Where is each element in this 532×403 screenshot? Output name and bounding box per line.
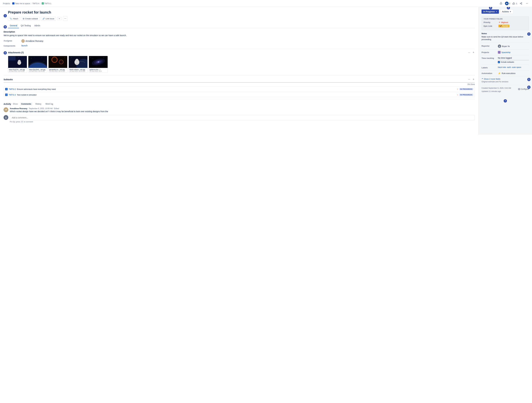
time-tracking-bar [498, 60, 529, 60]
comment-1-text: Which rocket design have we decided on? … [10, 110, 475, 113]
comment-1-avatar: AR [4, 107, 8, 112]
assignee-value: AR Annaliese Rozvany [21, 39, 43, 43]
spaceship-project-icon: 🚀 [498, 51, 500, 54]
bell-icon-btn[interactable] [499, 1, 503, 5]
configure-container: 6 Configure [518, 87, 529, 90]
created-updated: Created September 8, 2020, 9:42 AM Updat… [481, 87, 511, 93]
comment-input[interactable] [10, 115, 475, 120]
attachments-header: Attachments (7) ··· + [8, 51, 475, 54]
subtasks-more-btn[interactable]: ··· [468, 78, 471, 81]
subtask-2-priority: ↑ [457, 94, 458, 96]
projects-value: 🚀 Spaceship [498, 51, 511, 54]
tab-general[interactable]: General [8, 23, 19, 28]
breadcrumb-parent[interactable]: TMTS-4 [32, 2, 39, 5]
subtasks-add-btn[interactable]: + [472, 78, 475, 81]
attachment-1-name: nasa-OLlj17tU... ash.jpg [9, 69, 26, 70]
attachment-5[interactable]: guillermo-ferl... i 18 Sep 2020, 09:4 [89, 56, 108, 73]
attachments-add-btn[interactable]: + [472, 51, 475, 54]
subtask-1-right: ↑ IN PROGRESS [457, 88, 473, 90]
automation-label: Automation [481, 72, 498, 74]
attach-btn[interactable]: 📎 Attach [8, 17, 20, 21]
breadcrumb-issue[interactable]: TMTS-1 [44, 2, 51, 5]
activity-tab-history[interactable]: History [34, 102, 43, 106]
tab-admin[interactable]: Admin [32, 23, 42, 28]
attachment-1-date: 18 Sep 2020, 09:44 AM [9, 70, 26, 72]
title-row: 1 Prepare rocket for launch 📎 Attach ⊞ C… [4, 10, 475, 23]
activity-tab-comments[interactable]: Comments [20, 102, 32, 106]
tab-qa-testing[interactable]: QA Testing [19, 23, 32, 28]
include-subtasks-checkbox[interactable] [498, 61, 500, 63]
attachment-3-meta: ganapathy-ku... ash.jpg 18 Sep 2020, 09:… [49, 68, 67, 72]
status-btn[interactable]: In Progress ▼ [481, 9, 499, 14]
attachment-3[interactable]: ganapathy-ku... ash.jpg 18 Sep 2020, 09:… [48, 56, 67, 73]
attachment-5-image [89, 56, 108, 68]
labels-label: Labels [481, 66, 498, 69]
svg-point-2 [521, 4, 522, 5]
subtask-2-status: IN PROGRESS [459, 94, 473, 96]
actions-btn[interactable]: Actions ▼ [500, 9, 513, 14]
attachment-2[interactable]: nasa-Q1p7bh3... ash.jpg 18 Sep 2020, 09:… [28, 56, 47, 73]
watch-container: 2 [505, 2, 510, 5]
pf-priority-row: Priority Highest [484, 21, 527, 23]
create-subtask-btn[interactable]: ⊞ Create subtask [21, 17, 40, 21]
notes-label: Notes [481, 32, 529, 35]
svg-point-29 [31, 58, 32, 58]
comment-1-edited: Edited [54, 108, 59, 110]
automation-text: Rule executions [502, 72, 515, 74]
components-row: Components launch [4, 44, 475, 47]
breadcrumb-sep2: / [31, 2, 32, 5]
subtask-2-icon [5, 94, 7, 96]
breadcrumb-projects[interactable]: Projects [3, 2, 10, 5]
activity-tab-worklog[interactable]: Work log [44, 102, 54, 106]
subtask-1-id[interactable]: TMTS-2 [9, 88, 16, 90]
callout-9: 9 [4, 25, 7, 28]
subtask-1[interactable]: TMTS-2 Ensure astronauts have everything… [4, 87, 475, 92]
attachment-1[interactable]: nasa-OLlj17tU... ash.jpg 18 Sep 2020, 09… [8, 56, 27, 73]
status-label: In Progress [483, 10, 495, 13]
label-black-hole[interactable]: black-hole [498, 66, 506, 68]
reporter-label: Reporter [481, 45, 498, 47]
toolbar-dropdown-btn[interactable] [57, 17, 62, 20]
subtasks-title: Subtasks [4, 78, 13, 81]
toolbar-more-btn[interactable]: ··· [63, 16, 68, 21]
subtask-2[interactable]: TMTS-3 Test rocket in simulator ↑ IN PRO… [4, 92, 475, 97]
description-section: Description We're going to space! We nee… [4, 31, 475, 37]
include-subtasks-label: Include subtasks [501, 61, 514, 63]
subtask-2-id[interactable]: TMTS-3 [9, 94, 16, 96]
share-btn[interactable] [519, 2, 523, 5]
bottom-spacer [4, 123, 475, 132]
attachment-4-date: 18 Sep 2020, 09:42 AM [70, 70, 87, 72]
label-outer-space[interactable]: outer-space [512, 66, 521, 68]
watch-icon [505, 2, 508, 5]
pro-tip-suffix: to comment [24, 121, 33, 123]
svg-point-7 [527, 3, 528, 4]
include-subtasks-row: Include subtasks [498, 61, 529, 63]
time-tracking-section: Time tracking No time logged Include sub… [481, 57, 529, 65]
svg-point-0 [521, 2, 522, 3]
attachment-4[interactable]: niketh-vellank... ash.jpg 18 Sep 2020, 0… [69, 56, 88, 73]
svg-point-72 [499, 46, 500, 46]
tabs: General QA Testing Admin [8, 23, 475, 28]
description-text: We're going to space! We need to ensure … [4, 34, 475, 37]
link-issue-btn[interactable]: 🔗 Link issue [41, 17, 56, 21]
components-link[interactable]: launch [21, 44, 27, 47]
labels-row: Labels black-hole earth outer-space [481, 66, 529, 70]
progress-label-row: 0% Done [4, 83, 475, 87]
pf-priority-label: Priority [484, 21, 499, 23]
attach-icon: 📎 [10, 18, 12, 20]
svg-point-43 [65, 57, 65, 58]
watch-count: 2 [509, 2, 510, 5]
comment-1-date: September 8, 2020, 10:09 AM [29, 108, 52, 110]
attachments-more-btn[interactable]: ··· [468, 51, 471, 54]
svg-point-73 [519, 89, 519, 89]
labels-value: black-hole earth outer-space [498, 66, 521, 68]
project-name-link[interactable]: Spaceship [501, 51, 511, 53]
more-options-btn[interactable] [525, 2, 529, 5]
callout-1: 1 [4, 14, 7, 17]
svg-point-6 [527, 3, 527, 4]
like-btn[interactable] [512, 2, 515, 5]
breadcrumb-project[interactable]: Take me to space [15, 2, 30, 5]
show-more-link[interactable]: Show 2 more fields [481, 78, 529, 80]
epic-badge[interactable]: 🚀 Rocket [499, 25, 509, 27]
label-earth[interactable]: earth [507, 66, 511, 68]
